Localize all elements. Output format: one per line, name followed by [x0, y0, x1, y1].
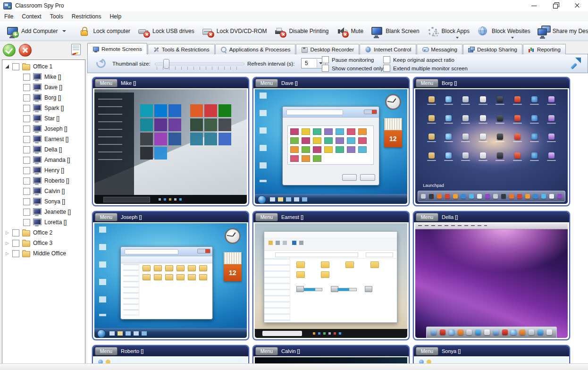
menu-context[interactable]: Context [17, 11, 45, 21]
screen-preview-borg[interactable]: Launchpad [415, 89, 568, 204]
tree-group-middle-office[interactable]: ▷ Middle Office [2, 248, 85, 259]
thumbnail-menu-button[interactable]: Menu [416, 347, 438, 355]
tab-messaging[interactable]: Messaging [417, 44, 462, 54]
thumbnail-earnest[interactable]: Menu Earnest [] [252, 211, 410, 340]
extend-multi-monitor-option[interactable]: Extend multiple monitor screen [383, 65, 468, 72]
pause-monitoring-option[interactable]: Pause monitoring [322, 56, 374, 63]
blank-screen-button[interactable]: Blank Screen [368, 24, 424, 39]
block-websites-button[interactable]: Block Websites [474, 24, 535, 39]
tab-desktop-recorder[interactable]: Desktop Recorder [296, 44, 359, 54]
uncheck-all-button[interactable] [19, 44, 32, 57]
show-connected-only-option[interactable]: Show connected only [322, 65, 383, 72]
thumbnail-calvin[interactable]: Menu Calvin [] [252, 345, 410, 363]
tree-computer-star[interactable]: Star [] [2, 113, 85, 124]
menu-tools[interactable]: Tools [46, 11, 67, 21]
computer-checkbox[interactable] [23, 177, 30, 185]
tree-expand-icon[interactable]: ▷ [5, 230, 9, 235]
computer-checkbox[interactable] [23, 105, 30, 112]
computer-checkbox[interactable] [23, 157, 30, 164]
tree-group-office-2[interactable]: ▷ Office 2 [2, 227, 85, 238]
tree-computer-amanda[interactable]: Amanda [] [2, 155, 85, 165]
tab-tools-restrictions[interactable]: Tools & Restrictions [148, 44, 215, 54]
keep-aspect-ratio-checkbox[interactable] [383, 56, 390, 63]
computer-checkbox[interactable] [23, 146, 30, 153]
extend-multi-monitor-checkbox[interactable] [383, 65, 390, 72]
edit-computer-list-icon[interactable] [71, 44, 81, 55]
tree-computer-della[interactable]: Della [] [2, 144, 85, 155]
tree-expand-icon[interactable]: ▷ [5, 241, 9, 245]
close-button[interactable] [566, 0, 588, 11]
show-connected-only-checkbox[interactable] [322, 65, 329, 72]
thumbnail-sonya[interactable]: Menu Sonya [] [413, 345, 570, 363]
menu-file[interactable]: File [0, 11, 17, 21]
thumbnail-menu-button[interactable]: Menu [255, 347, 278, 355]
expand-view-icon[interactable] [570, 58, 581, 69]
tree-computer-henry[interactable]: Henry [] [2, 165, 85, 176]
computer-checkbox[interactable] [23, 188, 30, 195]
group-checkbox[interactable] [12, 229, 19, 236]
screen-preview-joseph[interactable]: 12 [94, 223, 247, 338]
computer-checkbox[interactable] [23, 136, 30, 143]
screen-preview-mike[interactable] [94, 89, 247, 204]
menu-restrictions[interactable]: Restrictions [67, 11, 106, 21]
disable-printing-button[interactable]: Disable Printing [271, 24, 333, 39]
split-dropdown-arrow-icon[interactable] [511, 37, 514, 39]
screen-preview-della[interactable] [415, 223, 568, 338]
thumbnail-roberto[interactable]: Menu Roberto [] [92, 345, 249, 363]
tree-computer-sonya[interactable]: Sonya [] [2, 196, 85, 207]
share-my-desktop-button[interactable]: Share my Desktop [535, 24, 588, 39]
thumbnail-menu-button[interactable]: Menu [95, 213, 118, 221]
tree-computer-earnest[interactable]: Earnest [] [2, 134, 85, 144]
thumbnail-della[interactable]: Menu Della [] [413, 211, 570, 340]
computer-checkbox[interactable] [23, 219, 30, 226]
tab-remote-screens[interactable]: Remote Screens [87, 43, 147, 54]
screen-preview-earnest[interactable] [255, 223, 407, 338]
screen-preview-roberto[interactable] [94, 357, 247, 363]
tree-collapse-icon[interactable] [5, 65, 9, 68]
tree-computer-spark[interactable]: Spark [] [2, 103, 85, 113]
block-apps-button[interactable]: Block Apps [424, 24, 474, 39]
thumbnail-menu-button[interactable]: Menu [416, 213, 438, 221]
pause-monitoring-checkbox[interactable] [322, 56, 329, 63]
check-all-button[interactable] [3, 44, 16, 57]
computer-checkbox[interactable] [23, 84, 30, 91]
tree-computer-borg[interactable]: Borg [] [2, 92, 85, 103]
tree-computer-joseph[interactable]: Joseph [] [2, 124, 85, 134]
thumbnail-borg[interactable]: Menu Borg [] Launchpad [413, 77, 570, 206]
computer-checkbox[interactable] [23, 167, 30, 174]
thumbnail-menu-button[interactable]: Menu [95, 347, 118, 355]
refresh-icon[interactable] [94, 57, 107, 69]
thumbnail-menu-button[interactable]: Menu [416, 79, 438, 87]
computer-checkbox[interactable] [23, 198, 30, 205]
tree-computer-mike[interactable]: Mike [] [2, 72, 85, 82]
computer-checkbox[interactable] [23, 209, 30, 216]
group-checkbox[interactable] [12, 240, 19, 247]
tree-computer-loretta[interactable]: Loretta [] [2, 217, 85, 227]
lock-dvd-button[interactable]: Lock DVD/CD-ROM [199, 24, 272, 39]
thumbnail-joseph[interactable]: Menu Joseph [] 12 [92, 211, 249, 340]
tree-group-office-3[interactable]: ▷ Office 3 [2, 238, 85, 248]
thumbnail-mike[interactable]: Menu Mike [] [92, 77, 249, 206]
keep-aspect-ratio-option[interactable]: Keep original aspect ratio [383, 56, 454, 63]
tree-expand-icon[interactable]: ▷ [5, 251, 9, 256]
tab-reporting[interactable]: Reporting [523, 44, 566, 54]
thumbnail-size-slider[interactable] [155, 59, 244, 70]
tab-desktop-sharing[interactable]: Desktop Sharing [463, 44, 522, 54]
screen-preview-sonya[interactable] [415, 357, 568, 363]
screen-preview-calvin[interactable] [255, 357, 407, 363]
tab-applications-processes[interactable]: Applications & Processes [215, 44, 296, 54]
group-checkbox[interactable] [12, 63, 19, 70]
computer-checkbox[interactable] [23, 126, 30, 133]
mute-button[interactable]: Mute [334, 24, 369, 39]
tree-computer-dave[interactable]: Dave [] [2, 82, 85, 92]
add-computer-button[interactable]: Add Computer [4, 24, 71, 39]
lock-usb-drives-button[interactable]: Lock USB drives [135, 24, 199, 39]
minimize-button[interactable] [523, 0, 545, 11]
screen-preview-dave[interactable]: 12 [255, 89, 407, 204]
tree-computer-roberto[interactable]: Roberto [] [2, 176, 85, 186]
tree-computer-jeanette[interactable]: Jeanette [] [2, 207, 85, 217]
split-dropdown-arrow-icon[interactable] [456, 37, 459, 39]
computer-checkbox[interactable] [23, 94, 30, 101]
group-checkbox[interactable] [12, 250, 19, 257]
computer-checkbox[interactable] [23, 74, 30, 81]
